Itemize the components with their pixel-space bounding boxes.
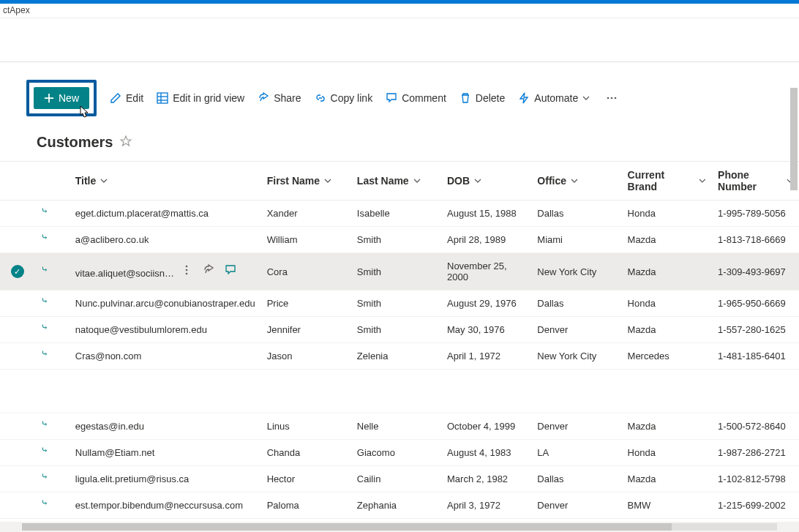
cell-phone: 1-813-718-6669 [712,227,799,253]
cell-office: Denver [531,492,621,519]
cell-first: Jason [261,343,351,370]
automate-button[interactable]: Automate [518,92,590,104]
cell-first: Xander [261,201,351,227]
table-row[interactable]: ✓⤷vitae.aliquet@sociisnato…CoraSmithNove… [0,253,799,291]
cell-title[interactable]: a@aclibero.co.uk [70,227,261,253]
cell-first: Price [261,291,351,317]
cell-title[interactable]: Nunc.pulvinar.arcu@conubianostraper.edu [70,291,261,317]
cell-title[interactable]: est.tempor.bibendum@neccursusa.com [70,492,261,519]
row-share-button[interactable] [203,264,214,278]
cell-last: Nelle [351,413,441,440]
cell-title[interactable]: egestas@in.edu [70,413,261,440]
cell-office: LA [531,440,621,466]
svg-point-6 [615,97,617,100]
cell-last: Smith [351,317,441,343]
link-icon [315,92,326,104]
table-row[interactable]: ⤷natoque@vestibulumlorem.eduJenniferSmit… [0,317,799,343]
cell-title[interactable]: eget.dictum.placerat@mattis.ca [70,201,261,227]
cell-title[interactable]: Cras@non.com [70,343,261,370]
table-row[interactable]: ⤷a@aclibero.co.ukWilliamSmithApril 28, 1… [0,227,799,253]
cell-brand: Honda [622,201,713,227]
svg-point-9 [185,273,187,275]
cell-office: Dallas [531,291,621,317]
cell-phone: 1-987-286-2721 [712,440,799,466]
item-link-icon: ⤷ [41,206,48,216]
command-bar: New Edit Edit in grid view Share [0,75,799,131]
svg-point-5 [611,97,613,100]
cell-first: Linus [261,413,351,440]
cell-dob: August 4, 1983 [441,440,531,466]
svg-point-8 [185,269,187,271]
copy-link-button[interactable]: Copy link [315,92,373,104]
cell-last: Cailin [351,466,441,492]
chevron-down-icon [413,177,421,184]
edit-icon [110,92,121,104]
edit-grid-label: Edit in grid view [173,92,244,104]
cell-brand: BMW [622,492,713,519]
svg-point-4 [607,97,609,100]
cell-last: Smith [351,291,441,317]
edit-button[interactable]: Edit [110,92,143,104]
column-header-phone[interactable]: Phone Number [712,162,799,201]
cell-office: New York City [531,253,621,291]
table-row[interactable]: ⤷est.tempor.bibendum@neccursusa.comPalom… [0,492,799,519]
table-row[interactable]: ⤷eget.dictum.placerat@mattis.caXanderIsa… [0,201,799,227]
row-selected-icon[interactable]: ✓ [11,265,24,278]
table-row[interactable]: ⤷Cras@non.comJasonZeleniaApril 1, 1972Ne… [0,343,799,370]
cell-dob: May 30, 1976 [441,317,531,343]
cell-title[interactable]: Nullam@Etiam.net [70,440,261,466]
cell-first: William [261,227,351,253]
new-button-label: New [59,92,79,104]
chevron-down-icon [100,177,108,184]
chevron-down-icon [571,177,578,184]
customers-table: Title First Name Last Name DOB Office Cu… [0,161,799,532]
more-actions-button[interactable] [603,89,620,107]
automate-label: Automate [534,92,578,104]
cell-brand: Mercedes [622,343,713,370]
column-header-last-name[interactable]: Last Name [351,162,441,201]
favorite-toggle[interactable] [120,135,132,149]
cell-dob: August 29, 1976 [441,291,531,317]
column-header-brand[interactable]: Current Brand [622,162,713,201]
cell-dob: August 15, 1988 [441,201,531,227]
chevron-down-icon [699,177,706,184]
vertical-scrollbar[interactable] [790,88,798,190]
breadcrumb-text: ctApex [3,5,30,15]
column-header-first-name[interactable]: First Name [261,162,351,201]
column-header-office[interactable]: Office [531,162,621,201]
row-more-button[interactable] [181,264,192,278]
table-row[interactable]: ⤷egestas@in.eduLinusNelleOctober 4, 1999… [0,413,799,440]
cell-title[interactable]: vitae.aliquet@sociisnato… [70,253,261,291]
cell-office: New York City [531,343,621,370]
column-header-dob[interactable]: DOB [441,162,531,201]
chevron-down-icon [324,177,331,184]
new-button[interactable]: New [34,87,89,109]
row-comment-button[interactable] [225,264,236,278]
cell-last: Isabelle [351,201,441,227]
column-header-title[interactable]: Title [70,162,261,201]
cell-first: Chanda [261,440,351,466]
share-button[interactable]: Share [258,92,301,104]
table-row[interactable]: ⤷Nunc.pulvinar.arcu@conubianostraper.edu… [0,291,799,317]
comment-label: Comment [402,92,446,104]
comment-button[interactable]: Comment [386,92,446,104]
new-button-highlight: New [26,80,97,116]
cell-office: Denver [531,413,621,440]
cell-title[interactable]: ligula.elit.pretium@risus.ca [70,466,261,492]
chevron-down-icon [582,94,590,102]
horizontal-scrollbar[interactable] [0,522,799,532]
share-icon [258,92,269,104]
star-icon [120,135,132,147]
delete-button[interactable]: Delete [459,92,505,104]
table-row[interactable]: ⤷ligula.elit.pretium@risus.caHectorCaili… [0,466,799,492]
share-label: Share [274,92,301,104]
cell-brand: Mazda [622,317,713,343]
edit-grid-button[interactable]: Edit in grid view [157,92,244,104]
cell-phone: 1-215-699-2002 [712,492,799,519]
list-title: Customers [37,134,113,151]
cell-office: Dallas [531,466,621,492]
table-row[interactable]: ⤷Nullam@Etiam.netChandaGiacomoAugust 4, … [0,440,799,466]
cell-phone: 1-557-280-1625 [712,317,799,343]
cell-dob: November 25, 2000 [441,253,531,291]
cell-title[interactable]: natoque@vestibulumlorem.edu [70,317,261,343]
